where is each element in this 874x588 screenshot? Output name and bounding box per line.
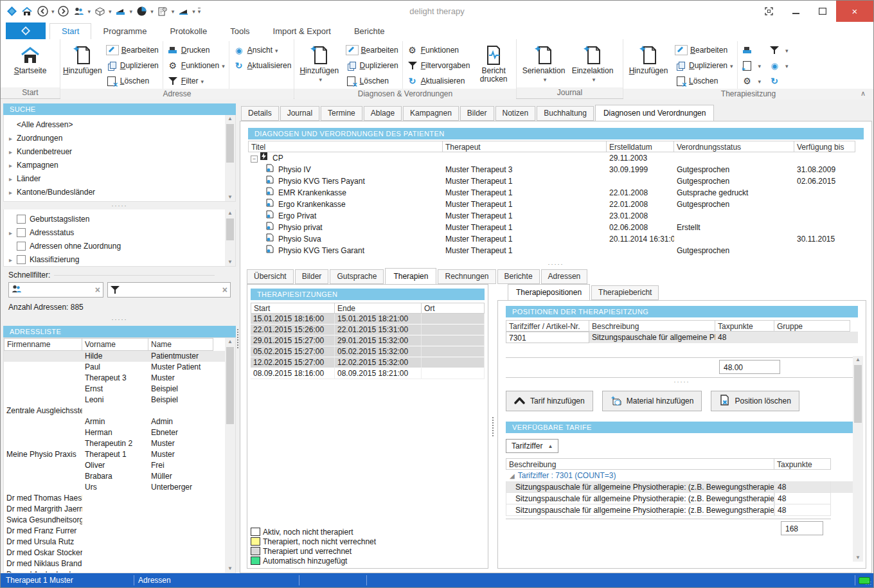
tree-item-kampagnen[interactable]: Kampagnen [4,158,225,172]
tab-buchhaltung[interactable]: Buchhaltung [537,106,594,121]
sitzung-duplizieren-button[interactable]: Duplizieren [675,58,733,73]
tree-item-laender[interactable]: Länder [4,172,225,185]
tab-kampagnen[interactable]: Kampagnen [403,106,459,121]
contacts-dropdown-caret-icon[interactable]: ▾ [88,8,91,15]
sitzung-aktualisieren-button[interactable] [769,73,789,89]
tab-ablage[interactable]: Ablage [364,106,402,121]
print-icon[interactable] [114,4,128,19]
package-icon[interactable] [93,4,107,19]
pie-dropdown-caret-icon[interactable]: ▾ [150,8,154,15]
pie-chart-icon[interactable] [134,4,148,19]
address-row[interactable]: UrsUnterberger [4,482,225,493]
session-row[interactable]: 15.01.2015 18:16:0015.01.2015 18:21:00 [251,314,485,325]
tree-item-alle-adressen[interactable]: <Alle Adressen> [4,118,225,131]
subtab-berichte[interactable]: Berichte [497,269,540,284]
tarife-group-row[interactable]: ◢Tarifziffer : 7301 (COUNT=3) [506,470,858,481]
diagnose-hinzufuegen-button[interactable]: Hinzufügen [297,41,342,89]
tarife-table-header[interactable]: Beschreibung Taxpunkte [506,458,858,470]
session-row[interactable]: 12.02.2015 15:27:0012.02.2015 15:32:00 [251,357,485,368]
sitzung-loeschen-button[interactable]: Löschen [675,73,733,89]
tree-expand-icon[interactable] [9,255,17,264]
address-row[interactable]: ErnstBeispiel [4,384,225,395]
tab-termine[interactable]: Termine [321,106,362,121]
package-dropdown-caret-icon[interactable]: ▾ [109,8,112,15]
adresse-filter-button[interactable]: Filter [167,73,225,89]
journal-icon[interactable] [156,4,170,19]
address-row[interactable]: HermanEbneter [4,427,225,438]
tab-bilder[interactable]: Bilder [460,106,494,121]
clear-icon[interactable]: × [95,285,100,295]
forward-icon[interactable] [57,4,71,19]
tree-expand-icon[interactable] [9,134,17,143]
collapse-ribbon-icon[interactable]: ∧ [861,89,866,98]
sitzung-drucken-button[interactable] [742,42,762,58]
ribbon-tab-start[interactable]: Start [49,23,91,40]
sitzung-export-button[interactable] [742,58,762,73]
adresse-aktualisieren-button[interactable]: Aktualisieren [233,58,292,73]
tarife-total-field[interactable]: 168 [781,521,823,535]
address-table-header[interactable]: Firmenname Vorname Name [4,338,225,351]
scanner-dropdown-caret-icon[interactable]: ▾ [192,8,195,15]
tarife-row[interactable]: Sitzungspauschale für allgemeine Physiot… [506,504,858,516]
back-dropdown-caret-icon[interactable]: ▾ [51,8,55,15]
print-dropdown-caret-icon[interactable]: ▾ [130,8,133,15]
ribbon-tab-tools[interactable]: Tools [219,24,261,39]
prescription-row[interactable]: Physio privat Muster Therapeut 1 02.06.2… [248,222,864,233]
address-row[interactable]: Dr med Franz Furrer [4,526,225,537]
clear-icon[interactable]: × [222,285,227,295]
diagnose-funktionen-button[interactable]: Funktionen [407,42,470,58]
horizontal-splitter[interactable] [506,378,858,386]
address-row[interactable]: PaulMuster Patient [4,362,225,373]
close-icon[interactable]: × [836,1,873,22]
journal-dropdown-caret-icon[interactable]: ▾ [172,8,175,15]
session-row[interactable]: 29.01.2015 15:27:0029.01.2015 15:32:00 [251,335,485,346]
sidebar-splitter[interactable] [237,103,239,573]
address-row[interactable]: Dr med Oskar Stocker [4,548,225,558]
diagnose-duplizieren-button[interactable]: Duplizieren [346,58,398,73]
adresse-loeschen-button[interactable]: Löschen [106,73,159,89]
tree-item-adressstatus[interactable]: Adressstatus [4,226,225,239]
prescription-row[interactable]: Physio KVG Tiers Payant Muster Therapeut… [248,175,864,187]
diagnose-filtervorgaben-button[interactable]: Filtervorgaben [407,58,470,73]
address-row[interactable]: Therapeut 3Muster [4,373,225,384]
address-table-scrollbar[interactable]: ▲▼ [225,338,235,573]
tab-details[interactable]: Details [241,106,279,121]
subtab-uebersicht[interactable]: Übersicht [247,269,294,284]
subtab-bilder[interactable]: Bilder [295,269,329,284]
tree-item-kantone[interactable]: Kantone/Bundesländer [4,185,225,199]
horizontal-splitter[interactable] [3,202,236,209]
contact-filter-input[interactable]: × [8,282,103,298]
session-row[interactable]: 22.01.2015 15:26:0022.01.2015 15:31:00 [251,325,485,335]
tree-collapse-icon[interactable]: − [251,156,258,163]
address-row[interactable]: Swica Gesundheitsorgani [4,515,225,526]
sitzung-bearbeiten-button[interactable]: Bearbeiten [675,42,733,58]
suche-checkbox-scrollbar[interactable]: ▲▼ [225,209,235,266]
ribbon-tab-import-export[interactable]: Import & Export [262,24,343,39]
positionen-table-header[interactable]: Tarifziffer / Artikel-Nr. Beschreibung T… [506,320,858,332]
adresse-duplizieren-button[interactable]: Duplizieren [106,58,159,73]
checkbox[interactable] [17,242,26,251]
address-row[interactable]: Dr med Margrith Jaermar [4,504,225,515]
diagnose-bearbeiten-button[interactable]: Bearbeiten [346,42,398,58]
adresse-funktionen-button[interactable]: Funktionen [167,58,225,73]
minimize-icon[interactable] [782,1,809,22]
subtab-gutsprache[interactable]: Gutsprache [330,269,384,284]
startseite-button[interactable]: Startseite [8,41,53,87]
horizontal-splitter[interactable] [240,260,871,268]
position-loeschen-button[interactable]: Position löschen [711,391,799,411]
address-row[interactable]: Meine Physio PraxisTherapeut 1Muster [4,449,225,460]
tab-therapiebericht[interactable]: Therapiebericht [591,285,659,300]
horizontal-splitter[interactable] [3,316,236,323]
subtab-rechnungen[interactable]: Rechnungen [438,269,495,284]
address-row[interactable]: ArminAdmin [4,416,225,427]
address-row[interactable]: BrabaraMüller [4,471,225,482]
ribbon-tab-programme[interactable]: Programme [91,24,158,39]
resize-grip[interactable]: .:: [865,580,872,586]
home-icon[interactable] [20,4,34,19]
tree-expand-icon[interactable] [9,188,17,197]
group-by-chip[interactable]: Tarifziffer▲ [506,439,558,453]
address-row[interactable]: Dr med Thomas Haesli [4,493,225,504]
tab-journal[interactable]: Journal [280,106,319,121]
contacts-icon[interactable] [72,4,86,19]
ribbon-tab-protokolle[interactable]: Protokolle [158,24,219,39]
